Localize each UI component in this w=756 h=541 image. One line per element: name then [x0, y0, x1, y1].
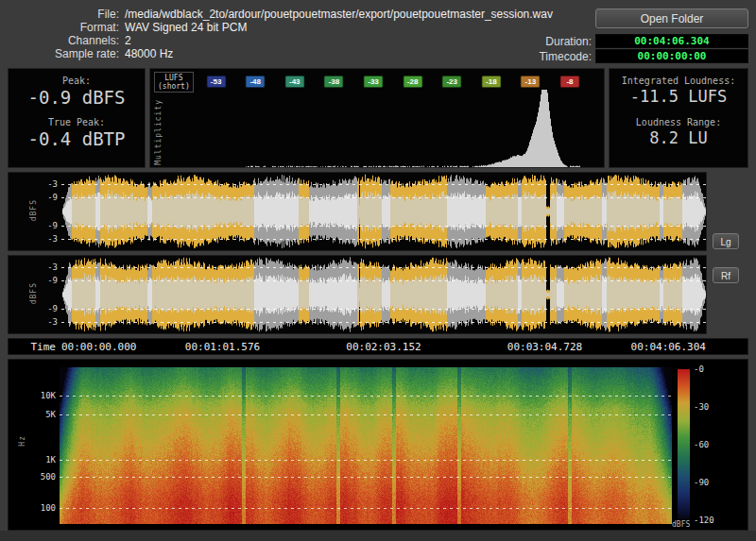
time-tick: 00:03:04.728 — [507, 341, 582, 353]
dbfs-tick: -9 — [37, 193, 58, 202]
scale-tick: -30 — [694, 402, 709, 412]
dbfs-tick: -3 — [37, 234, 58, 244]
lufs-tag-line1: LUFS — [164, 74, 182, 82]
freq-tick: 10K — [33, 391, 56, 400]
dbfs-color-scale — [678, 369, 690, 520]
multiplicity-axis-label: Multiplicity — [154, 99, 163, 165]
time-axis-label: Time — [9, 341, 56, 353]
channels-label: Channels: — [0, 34, 119, 47]
freq-tick: 1K — [33, 455, 56, 465]
samplerate-label: Sample rate: — [0, 47, 119, 60]
spectrogram[interactable] — [60, 367, 672, 524]
dbfs-tick: -3 — [37, 262, 58, 272]
header: File: /media/wdblack_2to/ardour/pouetpou… — [0, 0, 756, 66]
spectrogram-panel: Hz dBFS 10K5K1K500100-0-30-60-90-120 — [8, 359, 748, 531]
loudness-range-value: 8.2 LU — [610, 128, 747, 147]
time-axis: Time 00:00:00.00000:01:01.57600:02:03.15… — [8, 338, 748, 355]
lufs-marker--28: -28 — [403, 76, 422, 88]
lufs-marker--43: -43 — [284, 76, 304, 88]
scale-tick: -60 — [694, 440, 709, 449]
file-value: /media/wdblack_2to/ardour/pouetpouetmast… — [125, 8, 553, 21]
lufs-marker--53: -53 — [206, 76, 226, 88]
loudness-range-label: Loudness Range: — [610, 117, 747, 127]
dbfs-tick: -9 — [37, 276, 58, 285]
lufs-marker--48: -48 — [246, 76, 266, 88]
lufs-marker--33: -33 — [364, 76, 384, 88]
integrated-panel: Integrated Loudness: -11.5 LUFS Loudness… — [609, 68, 748, 168]
peak-label: Peak: — [9, 76, 145, 86]
time-tick: 00:00:00.000 — [61, 341, 136, 353]
dbfs-tick: -9 — [37, 221, 58, 230]
lufs-marker--8: -8 — [560, 76, 580, 88]
format-label: Format: — [0, 21, 119, 34]
scale-tick: -120 — [694, 516, 714, 525]
channels-value: 2 — [125, 34, 131, 47]
lufs-marker--13: -13 — [521, 76, 541, 88]
waveform-panel-right: dBFS -3-9-9-3 — [8, 255, 707, 334]
waveform-panel-left: dBFS -3-9-9-3 — [8, 172, 707, 251]
timecode-display: 00:00:00:00 — [595, 49, 748, 63]
open-folder-button[interactable]: Open Folder — [595, 8, 748, 28]
scale-unit-label: dBFS — [672, 520, 690, 529]
timecode-label: Timecode: — [454, 50, 592, 63]
freq-tick: 100 — [33, 503, 56, 513]
true-peak-value: -0.4 dBTP — [9, 128, 145, 149]
freq-tick: 500 — [33, 472, 56, 482]
duration-display: 00:04:06.304 — [595, 34, 748, 48]
freq-tick: 5K — [33, 410, 56, 419]
time-tick: 00:04:06.304 — [631, 341, 706, 353]
hz-axis-label: Hz — [18, 435, 26, 447]
waveform-left-channel[interactable] — [61, 173, 706, 250]
duration-label: Duration: — [454, 35, 592, 48]
time-tick: 00:02:03.152 — [346, 341, 421, 353]
lufs-marker--38: -38 — [324, 76, 344, 88]
scale-tick: -90 — [694, 478, 709, 487]
export-report-window: File: /media/wdblack_2to/ardour/pouetpou… — [0, 0, 756, 541]
peak-value: -0.9 dBFS — [9, 87, 145, 108]
histogram-panel: LUFS (short) Multiplicity -53-48-43-38-3… — [149, 68, 605, 168]
lg-button[interactable]: Lg — [713, 233, 739, 249]
dbfs-axis-label: dBFS — [29, 199, 38, 221]
lufs-marker--18: -18 — [481, 76, 501, 88]
dbfs-axis-label: dBFS — [29, 282, 38, 304]
time-tick: 00:01:01.576 — [185, 341, 260, 353]
rf-button[interactable]: Rf — [713, 267, 739, 283]
waveform-right-channel[interactable] — [61, 256, 706, 333]
loudness-histogram — [167, 90, 602, 167]
dbfs-tick: -3 — [37, 179, 58, 189]
scale-tick: -0 — [694, 364, 704, 374]
format-value: WAV Signed 24 bit PCM — [125, 21, 247, 34]
dbfs-tick: -9 — [37, 304, 58, 313]
lufs-marker--23: -23 — [442, 76, 462, 88]
integrated-loudness-label: Integrated Loudness: — [610, 76, 747, 86]
samplerate-value: 48000 Hz — [125, 47, 173, 60]
window-bottom-edge — [0, 531, 756, 541]
file-label: File: — [0, 8, 119, 21]
peak-panel: Peak: -0.9 dBFS True Peak: -0.4 dBTP — [8, 68, 146, 168]
true-peak-label: True Peak: — [9, 117, 145, 127]
dbfs-tick: -3 — [37, 317, 58, 327]
integrated-loudness-value: -11.5 LUFS — [610, 87, 747, 106]
